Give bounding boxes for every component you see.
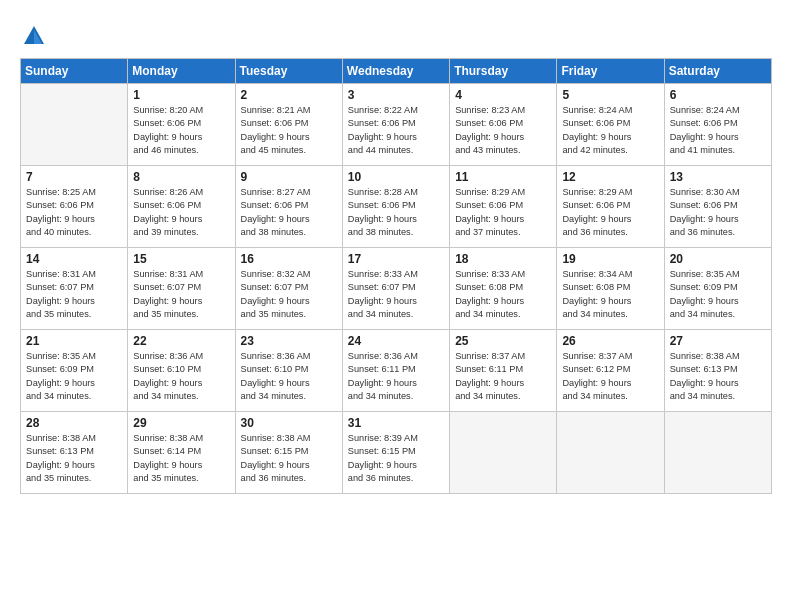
day-number: 23 — [241, 334, 337, 348]
weekday-header-monday: Monday — [128, 59, 235, 84]
day-cell: 13Sunrise: 8:30 AMSunset: 6:06 PMDayligh… — [664, 166, 771, 248]
day-cell: 3Sunrise: 8:22 AMSunset: 6:06 PMDaylight… — [342, 84, 449, 166]
day-number: 27 — [670, 334, 766, 348]
day-info: Sunrise: 8:35 AMSunset: 6:09 PMDaylight:… — [670, 268, 766, 321]
day-number: 30 — [241, 416, 337, 430]
day-cell: 29Sunrise: 8:38 AMSunset: 6:14 PMDayligh… — [128, 412, 235, 494]
day-number: 1 — [133, 88, 229, 102]
day-cell: 30Sunrise: 8:38 AMSunset: 6:15 PMDayligh… — [235, 412, 342, 494]
day-info: Sunrise: 8:20 AMSunset: 6:06 PMDaylight:… — [133, 104, 229, 157]
day-cell: 26Sunrise: 8:37 AMSunset: 6:12 PMDayligh… — [557, 330, 664, 412]
weekday-header-friday: Friday — [557, 59, 664, 84]
page: SundayMondayTuesdayWednesdayThursdayFrid… — [0, 0, 792, 612]
day-cell: 24Sunrise: 8:36 AMSunset: 6:11 PMDayligh… — [342, 330, 449, 412]
day-number: 2 — [241, 88, 337, 102]
day-number: 10 — [348, 170, 444, 184]
day-info: Sunrise: 8:26 AMSunset: 6:06 PMDaylight:… — [133, 186, 229, 239]
day-number: 12 — [562, 170, 658, 184]
day-cell: 16Sunrise: 8:32 AMSunset: 6:07 PMDayligh… — [235, 248, 342, 330]
day-cell: 7Sunrise: 8:25 AMSunset: 6:06 PMDaylight… — [21, 166, 128, 248]
day-info: Sunrise: 8:21 AMSunset: 6:06 PMDaylight:… — [241, 104, 337, 157]
day-number: 25 — [455, 334, 551, 348]
day-cell: 10Sunrise: 8:28 AMSunset: 6:06 PMDayligh… — [342, 166, 449, 248]
day-info: Sunrise: 8:23 AMSunset: 6:06 PMDaylight:… — [455, 104, 551, 157]
day-cell: 27Sunrise: 8:38 AMSunset: 6:13 PMDayligh… — [664, 330, 771, 412]
day-info: Sunrise: 8:38 AMSunset: 6:15 PMDaylight:… — [241, 432, 337, 485]
day-info: Sunrise: 8:25 AMSunset: 6:06 PMDaylight:… — [26, 186, 122, 239]
day-info: Sunrise: 8:33 AMSunset: 6:08 PMDaylight:… — [455, 268, 551, 321]
day-number: 13 — [670, 170, 766, 184]
day-cell: 8Sunrise: 8:26 AMSunset: 6:06 PMDaylight… — [128, 166, 235, 248]
day-cell: 20Sunrise: 8:35 AMSunset: 6:09 PMDayligh… — [664, 248, 771, 330]
day-cell: 25Sunrise: 8:37 AMSunset: 6:11 PMDayligh… — [450, 330, 557, 412]
day-number: 26 — [562, 334, 658, 348]
day-number: 5 — [562, 88, 658, 102]
day-number: 31 — [348, 416, 444, 430]
day-cell: 21Sunrise: 8:35 AMSunset: 6:09 PMDayligh… — [21, 330, 128, 412]
day-cell: 2Sunrise: 8:21 AMSunset: 6:06 PMDaylight… — [235, 84, 342, 166]
day-info: Sunrise: 8:29 AMSunset: 6:06 PMDaylight:… — [562, 186, 658, 239]
day-number: 4 — [455, 88, 551, 102]
day-cell: 19Sunrise: 8:34 AMSunset: 6:08 PMDayligh… — [557, 248, 664, 330]
day-info: Sunrise: 8:33 AMSunset: 6:07 PMDaylight:… — [348, 268, 444, 321]
logo — [20, 22, 52, 50]
weekday-header-saturday: Saturday — [664, 59, 771, 84]
day-number: 8 — [133, 170, 229, 184]
week-row-4: 21Sunrise: 8:35 AMSunset: 6:09 PMDayligh… — [21, 330, 772, 412]
day-cell — [21, 84, 128, 166]
day-info: Sunrise: 8:34 AMSunset: 6:08 PMDaylight:… — [562, 268, 658, 321]
day-info: Sunrise: 8:36 AMSunset: 6:10 PMDaylight:… — [133, 350, 229, 403]
weekday-header-wednesday: Wednesday — [342, 59, 449, 84]
day-cell: 15Sunrise: 8:31 AMSunset: 6:07 PMDayligh… — [128, 248, 235, 330]
day-info: Sunrise: 8:24 AMSunset: 6:06 PMDaylight:… — [562, 104, 658, 157]
day-info: Sunrise: 8:38 AMSunset: 6:13 PMDaylight:… — [670, 350, 766, 403]
day-cell: 14Sunrise: 8:31 AMSunset: 6:07 PMDayligh… — [21, 248, 128, 330]
day-info: Sunrise: 8:37 AMSunset: 6:12 PMDaylight:… — [562, 350, 658, 403]
day-number: 11 — [455, 170, 551, 184]
day-cell: 11Sunrise: 8:29 AMSunset: 6:06 PMDayligh… — [450, 166, 557, 248]
day-info: Sunrise: 8:39 AMSunset: 6:15 PMDaylight:… — [348, 432, 444, 485]
day-info: Sunrise: 8:32 AMSunset: 6:07 PMDaylight:… — [241, 268, 337, 321]
day-number: 22 — [133, 334, 229, 348]
day-number: 14 — [26, 252, 122, 266]
day-number: 28 — [26, 416, 122, 430]
day-number: 16 — [241, 252, 337, 266]
day-info: Sunrise: 8:37 AMSunset: 6:11 PMDaylight:… — [455, 350, 551, 403]
day-info: Sunrise: 8:31 AMSunset: 6:07 PMDaylight:… — [26, 268, 122, 321]
calendar-table: SundayMondayTuesdayWednesdayThursdayFrid… — [20, 58, 772, 494]
day-cell: 1Sunrise: 8:20 AMSunset: 6:06 PMDaylight… — [128, 84, 235, 166]
day-number: 6 — [670, 88, 766, 102]
day-info: Sunrise: 8:29 AMSunset: 6:06 PMDaylight:… — [455, 186, 551, 239]
day-info: Sunrise: 8:38 AMSunset: 6:14 PMDaylight:… — [133, 432, 229, 485]
day-number: 20 — [670, 252, 766, 266]
day-info: Sunrise: 8:28 AMSunset: 6:06 PMDaylight:… — [348, 186, 444, 239]
day-info: Sunrise: 8:24 AMSunset: 6:06 PMDaylight:… — [670, 104, 766, 157]
weekday-header-row: SundayMondayTuesdayWednesdayThursdayFrid… — [21, 59, 772, 84]
logo-icon — [20, 22, 48, 50]
day-cell: 12Sunrise: 8:29 AMSunset: 6:06 PMDayligh… — [557, 166, 664, 248]
day-number: 29 — [133, 416, 229, 430]
weekday-header-tuesday: Tuesday — [235, 59, 342, 84]
day-cell: 4Sunrise: 8:23 AMSunset: 6:06 PMDaylight… — [450, 84, 557, 166]
day-number: 18 — [455, 252, 551, 266]
day-cell: 31Sunrise: 8:39 AMSunset: 6:15 PMDayligh… — [342, 412, 449, 494]
weekday-header-thursday: Thursday — [450, 59, 557, 84]
day-info: Sunrise: 8:35 AMSunset: 6:09 PMDaylight:… — [26, 350, 122, 403]
day-cell: 17Sunrise: 8:33 AMSunset: 6:07 PMDayligh… — [342, 248, 449, 330]
day-cell: 28Sunrise: 8:38 AMSunset: 6:13 PMDayligh… — [21, 412, 128, 494]
day-info: Sunrise: 8:38 AMSunset: 6:13 PMDaylight:… — [26, 432, 122, 485]
header — [20, 18, 772, 50]
day-cell: 18Sunrise: 8:33 AMSunset: 6:08 PMDayligh… — [450, 248, 557, 330]
day-cell — [557, 412, 664, 494]
day-cell: 22Sunrise: 8:36 AMSunset: 6:10 PMDayligh… — [128, 330, 235, 412]
day-info: Sunrise: 8:22 AMSunset: 6:06 PMDaylight:… — [348, 104, 444, 157]
day-number: 17 — [348, 252, 444, 266]
day-number: 15 — [133, 252, 229, 266]
day-number: 3 — [348, 88, 444, 102]
weekday-header-sunday: Sunday — [21, 59, 128, 84]
day-number: 21 — [26, 334, 122, 348]
day-number: 24 — [348, 334, 444, 348]
day-cell: 6Sunrise: 8:24 AMSunset: 6:06 PMDaylight… — [664, 84, 771, 166]
day-cell — [664, 412, 771, 494]
day-info: Sunrise: 8:36 AMSunset: 6:10 PMDaylight:… — [241, 350, 337, 403]
